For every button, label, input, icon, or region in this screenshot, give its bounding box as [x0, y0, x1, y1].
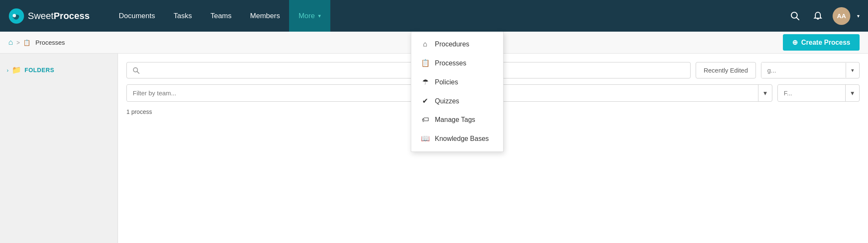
create-process-label: Create Process [801, 39, 850, 46]
nav-teams[interactable]: Teams [201, 0, 241, 32]
top-nav: SweetProcess Documents Tasks Teams Membe… [0, 0, 868, 32]
processes-breadcrumb-icon: 📋 [23, 39, 30, 46]
home-breadcrumb[interactable]: ⌂ [8, 38, 13, 47]
folders-item[interactable]: › 📁 FOLDERS [0, 61, 118, 79]
svg-line-5 [137, 71, 139, 73]
policies-icon: ☂ [421, 78, 430, 86]
folder-icon: 📁 [12, 65, 21, 75]
home-icon: ⌂ [421, 40, 430, 49]
filter-right-caret-icon[interactable]: ▾ [846, 63, 859, 78]
filter-right-input[interactable] [761, 62, 846, 78]
tags-icon: 🏷 [421, 116, 430, 124]
breadcrumb-separator: > [16, 39, 20, 46]
search-box[interactable] [126, 62, 691, 78]
svg-line-3 [797, 17, 799, 20]
dropdown-processes[interactable]: 📋 Processes [411, 54, 503, 73]
second-filter-input[interactable] [778, 85, 845, 101]
quizzes-label: Quizzes [435, 97, 459, 105]
more-label: More [298, 12, 315, 20]
chevron-down-icon: ▾ [318, 13, 321, 19]
folders-label: FOLDERS [24, 67, 54, 73]
avatar[interactable]: AA [833, 7, 850, 25]
nav-members[interactable]: Members [241, 0, 289, 32]
search-box-icon [133, 67, 139, 74]
search-nav-button[interactable] [787, 8, 803, 24]
manage-tags-label: Manage Tags [435, 116, 475, 124]
folder-chevron-icon: › [7, 67, 8, 73]
nav-tasks[interactable]: Tasks [164, 0, 201, 32]
procedures-label: Procedures [435, 40, 469, 48]
team-filter-caret-icon[interactable]: ▾ [758, 85, 772, 101]
nav-items: Documents Tasks Teams Members More ▾ [110, 0, 787, 32]
sidebar: › 📁 FOLDERS [0, 54, 118, 243]
logo[interactable]: SweetProcess [8, 8, 93, 24]
create-plus-icon: ⊕ [792, 38, 798, 46]
dropdown-procedures[interactable]: ⌂ Procedures [411, 35, 503, 54]
dropdown-policies[interactable]: ☂ Policies [411, 73, 503, 92]
policies-label: Policies [435, 78, 458, 86]
breadcrumb-label: Processes [35, 39, 65, 46]
dropdown-knowledge-bases[interactable]: 📖 Knowledge Bases [411, 129, 503, 148]
knowledge-icon: 📖 [421, 134, 430, 143]
second-filter-caret-icon[interactable]: ▾ [845, 85, 859, 101]
svg-point-1 [13, 14, 16, 17]
nav-documents[interactable]: Documents [110, 0, 164, 32]
create-process-button[interactable]: ⊕ Create Process [783, 34, 860, 51]
dropdown-quizzes[interactable]: ✔ Quizzes [411, 92, 503, 111]
bell-button[interactable] [810, 8, 826, 24]
recently-edited-button[interactable]: Recently Edited [696, 62, 756, 78]
quizzes-icon: ✔ [421, 97, 430, 105]
filter-right-1[interactable]: ▾ [761, 62, 860, 78]
search-icon [790, 11, 800, 21]
logo-text: SweetProcess [28, 11, 90, 22]
nav-more[interactable]: More ▾ [289, 0, 330, 32]
second-filter[interactable]: ▾ [777, 84, 860, 102]
dropdown-manage-tags[interactable]: 🏷 Manage Tags [411, 111, 503, 129]
processes-label: Processes [435, 59, 466, 67]
nav-right: AA ▾ [787, 7, 860, 25]
avatar-caret-icon[interactable]: ▾ [857, 13, 860, 19]
more-dropdown: ⌂ Procedures 📋 Processes ☂ Policies ✔ Qu… [411, 32, 504, 152]
bell-icon [813, 11, 822, 21]
processes-icon: 📋 [421, 59, 430, 68]
logo-icon [8, 8, 24, 24]
knowledge-bases-label: Knowledge Bases [435, 135, 489, 143]
